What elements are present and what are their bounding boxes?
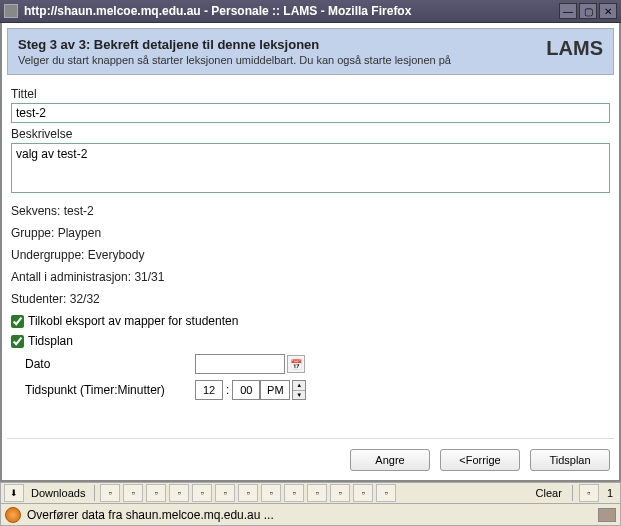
export-checkbox[interactable]: [11, 315, 24, 328]
download-item-7[interactable]: ▫: [238, 484, 258, 502]
download-item-5[interactable]: ▫: [192, 484, 212, 502]
window-titlebar: http://shaun.melcoe.mq.edu.au - Personal…: [0, 0, 621, 23]
app-body: Steg 3 av 3: Bekreft detaljene til denne…: [0, 23, 621, 482]
subgroup-info: Undergruppe: Everybody: [11, 248, 610, 262]
count-icon[interactable]: ▫: [579, 484, 599, 502]
export-check-row: Tilkobl eksport av mapper for studenten: [11, 314, 610, 328]
download-item-11[interactable]: ▫: [330, 484, 350, 502]
download-item-8[interactable]: ▫: [261, 484, 281, 502]
ampm-input[interactable]: [260, 380, 290, 400]
download-item-10[interactable]: ▫: [307, 484, 327, 502]
schedule-check-label: Tidsplan: [28, 334, 73, 348]
export-check-label: Tilkobl eksport av mapper for studenten: [28, 314, 238, 328]
download-item-6[interactable]: ▫: [215, 484, 235, 502]
download-item-9[interactable]: ▫: [284, 484, 304, 502]
clear-button[interactable]: Clear: [536, 487, 562, 499]
status-bar: Overfører data fra shaun.melcoe.mq.edu.a…: [0, 504, 621, 526]
schedule-check-row: Tidsplan: [11, 334, 610, 348]
download-item-2[interactable]: ▫: [123, 484, 143, 502]
date-label: Dato: [25, 357, 195, 371]
wizard-step-sub: Velger du start knappen så starter leksj…: [18, 54, 546, 66]
download-item-1[interactable]: ▫: [100, 484, 120, 502]
app-icon: [4, 4, 18, 18]
download-item-3[interactable]: ▫: [146, 484, 166, 502]
students-info: Studenter: 32/32: [11, 292, 610, 306]
date-input[interactable]: [195, 354, 285, 374]
download-item-12[interactable]: ▫: [353, 484, 373, 502]
maximize-button[interactable]: ▢: [579, 3, 597, 19]
form-area: Tittel Beskrivelse Sekvens: test-2 Grupp…: [7, 75, 614, 438]
undo-button[interactable]: Angre: [350, 449, 430, 471]
loading-icon: [5, 507, 21, 523]
description-input[interactable]: [11, 143, 610, 193]
time-row: Tidspunkt (Timer:Minutter) : ▲ ▼: [25, 380, 610, 400]
title-label: Tittel: [11, 87, 610, 101]
minute-input[interactable]: [232, 380, 260, 400]
admin-count-info: Antall i administrasjon: 31/31: [11, 270, 610, 284]
wizard-step-title: Steg 3 av 3: Bekreft detaljene til denne…: [18, 37, 546, 52]
schedule-checkbox[interactable]: [11, 335, 24, 348]
lams-logo: LAMS: [546, 37, 603, 60]
time-spinner[interactable]: ▲ ▼: [292, 380, 306, 400]
window-title: http://shaun.melcoe.mq.edu.au - Personal…: [24, 4, 559, 18]
schedule-button[interactable]: Tidsplan: [530, 449, 610, 471]
time-sep: :: [226, 383, 229, 397]
time-label: Tidspunkt (Timer:Minutter): [25, 383, 195, 397]
download-item-4[interactable]: ▫: [169, 484, 189, 502]
downloads-icon[interactable]: ⬇: [4, 484, 24, 502]
sequence-info: Sekvens: test-2: [11, 204, 610, 218]
close-button[interactable]: ✕: [599, 3, 617, 19]
spinner-down-icon[interactable]: ▼: [293, 391, 305, 400]
status-text: Overfører data fra shaun.melcoe.mq.edu.a…: [27, 508, 592, 522]
downloads-toolbar: ⬇ Downloads ▫ ▫ ▫ ▫ ▫ ▫ ▫ ▫ ▫ ▫ ▫ ▫ ▫ Cl…: [0, 482, 621, 504]
downloads-label[interactable]: Downloads: [31, 487, 85, 499]
wizard-header: Steg 3 av 3: Bekreft detaljene til denne…: [7, 28, 614, 75]
hour-input[interactable]: [195, 380, 223, 400]
button-row: Angre <Forrige Tidsplan: [7, 438, 614, 475]
download-item-13[interactable]: ▫: [376, 484, 396, 502]
spinner-up-icon[interactable]: ▲: [293, 381, 305, 391]
date-row: Dato 📅: [25, 354, 610, 374]
description-label: Beskrivelse: [11, 127, 610, 141]
previous-button[interactable]: <Forrige: [440, 449, 520, 471]
status-image-icon: [598, 508, 616, 522]
calendar-icon[interactable]: 📅: [287, 355, 305, 373]
count-label: 1: [607, 487, 613, 499]
minimize-button[interactable]: —: [559, 3, 577, 19]
title-input[interactable]: [11, 103, 610, 123]
group-info: Gruppe: Playpen: [11, 226, 610, 240]
